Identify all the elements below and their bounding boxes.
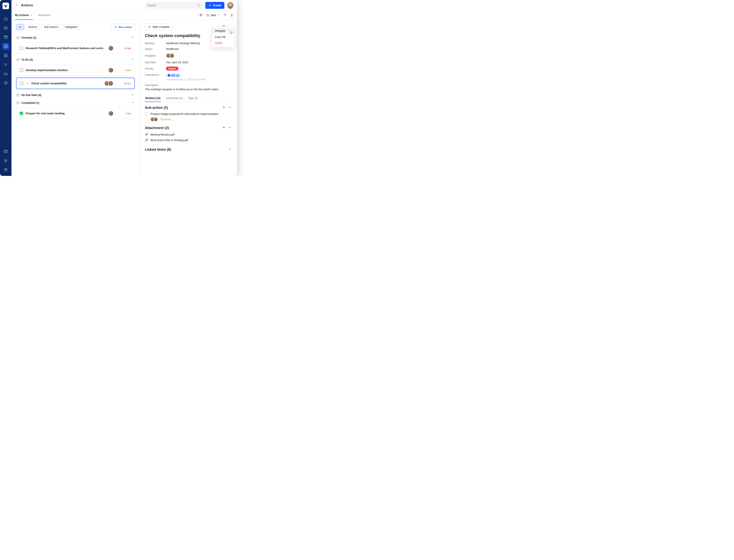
new-action-button[interactable]: New action xyxy=(111,24,135,30)
nav-home-icon[interactable] xyxy=(2,15,9,22)
sync-note: Last synced July 27, 2023 at 12:30 PM xyxy=(166,78,206,81)
tab-my-actions[interactable]: My Actions xyxy=(15,11,33,20)
subaction-row[interactable]: Prepare budget proposal for telemedicine… xyxy=(145,112,232,115)
filter-icon[interactable] xyxy=(223,13,227,17)
sort-button[interactable]: Sort xyxy=(206,14,220,17)
detail-panel: Mark complete Delegate Copy link Delete … xyxy=(140,20,237,176)
task-title: Check system compatibility xyxy=(31,82,67,85)
attachment-header[interactable]: Attachment (2) xyxy=(145,126,232,130)
breadcrumb-chevron-icon[interactable] xyxy=(15,3,18,7)
task-checkbox[interactable] xyxy=(20,82,23,85)
task-due-date: Today xyxy=(120,69,131,72)
tab-my-actions-label: My Actions xyxy=(15,14,29,17)
avatar[interactable] xyxy=(169,53,174,58)
filter-sub-actions[interactable]: Sub Actions xyxy=(41,24,61,30)
meta-label: Space xyxy=(145,47,166,50)
actions-list: All Actions Sub Actions Delegated New ac… xyxy=(11,20,140,176)
nav-folder-icon[interactable] xyxy=(2,70,9,77)
chevron-down-icon[interactable] xyxy=(228,126,232,130)
nav-analytics-icon[interactable] xyxy=(2,52,9,59)
nav-calendar-icon[interactable] xyxy=(2,34,9,41)
section-completed[interactable]: Completed (1) xyxy=(16,99,135,107)
nav-help-icon[interactable] xyxy=(2,166,9,173)
chevron-down-icon xyxy=(131,36,134,40)
user-avatar[interactable] xyxy=(227,2,234,9)
download-icon[interactable] xyxy=(230,13,234,17)
cursor-icon xyxy=(230,31,233,34)
attachment-row[interactable]: Work Action Plan & Strategy.pdf xyxy=(145,138,232,142)
task-row-selected[interactable]: ★ Check system compatibility 19 Apr xyxy=(16,78,135,89)
svg-point-5 xyxy=(5,160,6,161)
meta-label: Due date xyxy=(145,61,166,64)
nav-store-icon[interactable] xyxy=(2,148,9,155)
star-icon[interactable]: ★ xyxy=(26,82,29,85)
filter-all[interactable]: All xyxy=(16,24,24,30)
top-bar: Actions Create xyxy=(11,0,237,11)
meta-label: Meeting xyxy=(145,42,166,45)
chevron-down-icon[interactable] xyxy=(228,147,232,152)
task-due-date: 13 Apr xyxy=(120,47,131,50)
attachment-row[interactable]: Meeting Minutes.pdf xyxy=(145,132,232,137)
task-due-date: 3 Apr xyxy=(120,112,131,115)
subaction-checkbox[interactable] xyxy=(145,112,148,115)
task-assignees xyxy=(108,67,114,73)
task-checkbox-done[interactable] xyxy=(20,112,23,115)
task-checkbox[interactable] xyxy=(20,46,23,50)
nav-settings-icon[interactable] xyxy=(2,157,9,164)
subaction-header[interactable]: Sub-action (2) xyxy=(145,106,232,110)
app-logo[interactable] xyxy=(2,3,9,9)
add-subaction-icon[interactable] xyxy=(222,106,226,110)
nav-time-icon[interactable] xyxy=(2,80,9,86)
chevron-down-icon xyxy=(30,14,33,16)
filter-actions[interactable]: Actions xyxy=(26,24,40,30)
calendar-icon xyxy=(16,101,20,104)
task-title: Prepare for next week meeting xyxy=(26,112,65,115)
meta-meeting-value: Healthcare Strategy Meeting xyxy=(166,42,200,45)
task-row[interactable]: Develop implementation timeline. Today xyxy=(16,65,135,76)
filter-chips: All Actions Sub Actions Delegated New ac… xyxy=(16,24,135,30)
create-button[interactable]: Create xyxy=(205,2,225,9)
tab-related[interactable]: Related (12) xyxy=(145,95,161,102)
nav-tasks-icon[interactable] xyxy=(2,43,9,50)
task-due-date: 19 Apr xyxy=(120,82,131,85)
subaction-date: Tomorrow xyxy=(160,118,171,121)
chevron-down-icon[interactable] xyxy=(228,106,232,110)
task-assignees xyxy=(104,81,113,86)
filter-delegated[interactable]: Delegated xyxy=(63,24,80,30)
section-overdue[interactable]: Overdue (1) xyxy=(16,34,135,41)
chevron-down-icon xyxy=(131,93,134,97)
ctx-copy-link[interactable]: Copy link xyxy=(212,34,235,40)
calendar-icon xyxy=(16,93,20,97)
calendar-icon xyxy=(16,58,20,61)
svg-rect-2 xyxy=(4,45,7,48)
search-input[interactable] xyxy=(148,4,197,7)
add-attachment-icon[interactable] xyxy=(222,126,226,130)
section-todo[interactable]: To Do (2) xyxy=(16,56,135,63)
integration-link[interactable]: MP-15 xyxy=(166,73,181,77)
integration-icon xyxy=(168,74,171,77)
section-todo-label: To Do (2) xyxy=(21,58,33,61)
star-toolbar-icon[interactable] xyxy=(199,13,203,17)
section-no-due[interactable]: No Due Date (0) xyxy=(16,91,135,99)
linked-items-header[interactable]: Linked items (8) xyxy=(145,147,232,152)
description-body: This meeting's purpose is to follow up o… xyxy=(145,88,232,91)
attachment-name: Meeting Minutes.pdf xyxy=(150,133,174,136)
nav-briefcase-icon[interactable] xyxy=(2,24,9,31)
tab-comments[interactable]: Comments (4) xyxy=(165,95,183,102)
task-title: Develop implementation timeline. xyxy=(26,69,68,72)
nav-branch-icon[interactable] xyxy=(2,61,9,68)
mark-complete-label: Mark complete xyxy=(153,25,169,28)
task-row[interactable]: Prepare for next week meeting 3 Apr xyxy=(16,108,135,119)
ctx-delete[interactable]: Delete xyxy=(212,40,235,46)
detail-tabs: Related (12) Comments (4) Tags (9) xyxy=(145,95,232,102)
task-checkbox[interactable] xyxy=(20,68,23,72)
chevron-down-icon xyxy=(131,101,134,105)
task-row[interactable]: Research TeleHealthPro and MedConnect fe… xyxy=(16,43,135,54)
tab-all-actions[interactable]: All Actions xyxy=(38,11,51,20)
svg-rect-11 xyxy=(17,59,19,61)
avatar xyxy=(108,67,114,73)
mark-complete-button[interactable]: Mark complete xyxy=(145,23,172,30)
subaction-header-label: Sub-action (2) xyxy=(145,106,168,110)
tab-tags[interactable]: Tags (9) xyxy=(188,95,198,102)
search-field[interactable] xyxy=(145,2,203,9)
